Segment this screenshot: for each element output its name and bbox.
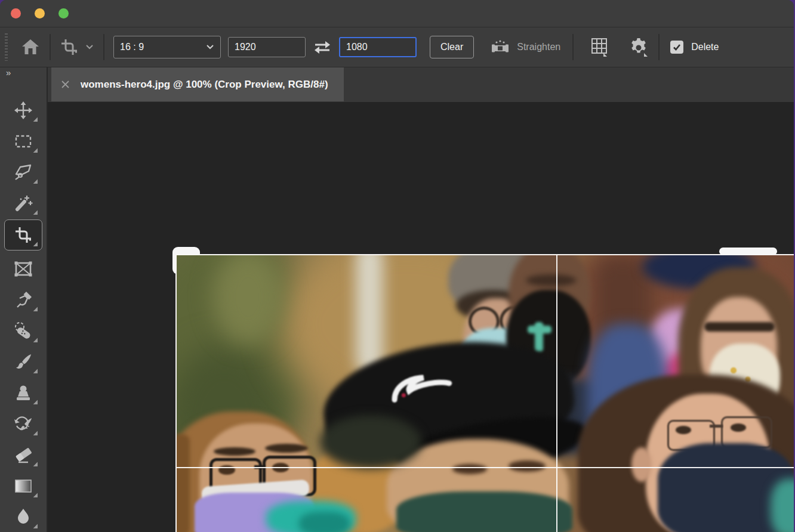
healing-brush-icon <box>14 321 33 341</box>
home-button[interactable] <box>11 38 50 56</box>
swap-width-height-button[interactable] <box>306 40 339 54</box>
photo-shape <box>214 447 255 456</box>
tool-brush[interactable] <box>5 347 42 377</box>
separator <box>103 34 104 60</box>
move-icon <box>14 101 32 119</box>
magic-wand-icon <box>14 194 33 213</box>
straighten-level-icon <box>491 39 510 55</box>
tool-eraser[interactable] <box>5 440 42 470</box>
zoom-window-button[interactable] <box>58 8 69 18</box>
tool-clone-stamp[interactable] <box>5 378 42 408</box>
delete-cropped-pixels-label: Delete <box>691 42 719 52</box>
document-tab[interactable]: womens-hero4.jpg @ 100% (Crop Preview, R… <box>51 67 344 101</box>
aspect-ratio-select[interactable]: 16 : 9 <box>113 36 221 58</box>
tool-frame[interactable] <box>5 254 42 284</box>
document-area: womens-hero4.jpg @ 100% (Crop Preview, R… <box>48 67 794 532</box>
separator <box>572 34 574 60</box>
tool-blur[interactable] <box>5 502 42 532</box>
history-brush-icon <box>13 415 33 434</box>
flyout-indicator <box>33 462 38 466</box>
crop-tool-preset-button[interactable] <box>51 38 103 56</box>
flyout-indicator <box>33 307 38 311</box>
document-tab-title: womens-hero4.jpg @ 100% (Crop Preview, R… <box>81 79 328 91</box>
photo-shape <box>299 512 350 532</box>
photo-shape <box>396 491 572 532</box>
straighten-button[interactable] <box>488 39 512 55</box>
crop-icon <box>14 226 32 244</box>
eyedropper-icon <box>14 290 33 310</box>
close-window-button[interactable] <box>11 8 21 18</box>
crop-options-bar: 16 : 9 Clear <box>0 27 794 67</box>
close-icon <box>61 80 70 89</box>
photo-shape <box>731 423 746 432</box>
flyout-indicator <box>33 524 38 528</box>
grid-overlay-icon <box>590 37 609 57</box>
blur-drop-icon <box>15 508 32 527</box>
photo-shape <box>771 479 794 532</box>
straighten-label: Straighten <box>517 42 560 52</box>
delete-cropped-pixels-checkbox[interactable] <box>670 41 683 54</box>
canvas[interactable] <box>48 102 794 532</box>
checkmark-icon <box>673 44 681 51</box>
double-chevron-icon: » <box>6 67 10 78</box>
lasso-icon <box>14 163 33 182</box>
photo-shape <box>175 434 190 532</box>
clear-button[interactable]: Clear <box>430 36 474 58</box>
crop-grid-horizontal-line <box>177 467 794 468</box>
photo-shape <box>356 254 383 375</box>
photo-cap-logo <box>381 361 469 412</box>
crop-grid-vertical-line <box>556 255 557 532</box>
brush-icon <box>14 352 33 372</box>
photo-shape <box>526 274 577 286</box>
gear-icon <box>628 37 649 57</box>
photo-shape <box>509 460 546 472</box>
crop-width-input[interactable] <box>228 37 306 57</box>
crop-icon <box>60 38 78 56</box>
crop-handle-top-center[interactable] <box>719 248 777 255</box>
tools-panel: » <box>0 67 48 532</box>
photoshop-window: 16 : 9 Clear <box>0 0 794 532</box>
photo-shape <box>631 447 652 482</box>
title-bar[interactable] <box>0 0 794 27</box>
photo-shape <box>676 426 691 434</box>
flyout-indicator <box>33 149 38 153</box>
frame-icon <box>14 260 33 278</box>
flyout-indicator <box>33 369 38 373</box>
tool-lasso[interactable] <box>5 157 42 187</box>
tool-eyedropper[interactable] <box>5 285 42 315</box>
flyout-indicator <box>33 117 38 122</box>
tool-move[interactable] <box>5 95 42 125</box>
photo-shape <box>710 425 723 428</box>
options-bar-grip[interactable] <box>5 33 8 61</box>
aspect-ratio-value: 16 : 9 <box>120 42 144 52</box>
tool-gradient[interactable] <box>5 471 42 501</box>
close-tab-button[interactable] <box>61 80 70 89</box>
flyout-indicator <box>33 493 38 497</box>
marquee-icon <box>14 132 32 150</box>
separator <box>658 34 660 60</box>
crop-height-input[interactable] <box>339 37 417 57</box>
flyout-indicator <box>33 180 38 184</box>
crop-preview-image[interactable] <box>175 254 794 532</box>
tool-magic-wand[interactable] <box>5 188 42 218</box>
tool-crop[interactable] <box>4 219 42 250</box>
chevron-down-icon <box>206 44 214 50</box>
gradient-icon <box>14 478 33 494</box>
tools-panel-collapse[interactable]: » <box>0 67 47 78</box>
flyout-indicator <box>33 242 38 246</box>
photo-shape <box>452 464 487 474</box>
clone-stamp-icon <box>14 384 32 402</box>
home-icon <box>21 38 40 56</box>
photo-shape <box>704 322 775 332</box>
swap-arrows-icon <box>313 40 331 54</box>
flyout-indicator <box>33 400 38 404</box>
minimize-window-button[interactable] <box>35 8 45 18</box>
tool-rectangular-marquee[interactable] <box>5 126 42 156</box>
crop-settings-button[interactable] <box>619 37 658 57</box>
chevron-down-icon <box>85 44 94 50</box>
tool-spot-healing-brush[interactable] <box>5 316 42 346</box>
flyout-indicator <box>33 431 38 435</box>
crop-overlay-options-button[interactable] <box>580 37 619 57</box>
tool-history-brush[interactable] <box>5 409 42 439</box>
flyout-indicator <box>33 211 38 215</box>
